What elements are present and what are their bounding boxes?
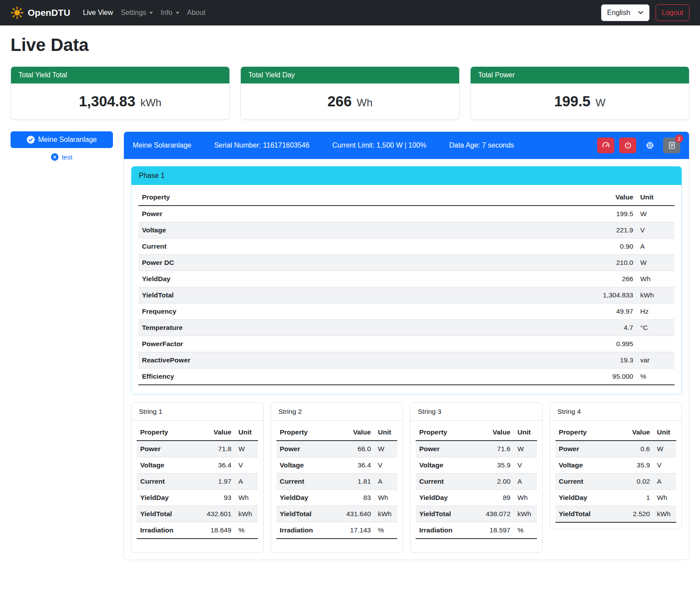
power-control-button[interactable] [619,137,636,153]
string-card-title: String 3 [410,403,542,421]
string-row: Power 0.6 W [555,441,677,457]
string-row: Irradiation 17.143 % [276,522,398,539]
event-log-button[interactable]: 2 [663,137,680,153]
phase-row: Voltage 221.9 V [138,222,675,239]
nav-about[interactable]: About [183,5,210,20]
row-unit: Wh [653,490,676,506]
row-property: Efficiency [138,369,580,385]
nav-live-view[interactable]: Live View [79,5,117,20]
card-total-yield-total: Total Yield Total 1,304.83 kWh [11,66,230,120]
string-card-body: Property Value Unit Power [131,421,263,552]
string-table: Property Value Unit Power [276,424,398,539]
row-unit: kWh [637,287,675,304]
cpu-icon [646,141,654,150]
row-unit: A [653,474,676,490]
device-info-button[interactable] [641,137,658,153]
row-unit: kWh [514,506,537,522]
row-value: 35.9 [477,457,514,474]
chevron-down-icon [176,12,179,14]
row-value: 4.7 [580,320,637,336]
inverter-serial: Serial Number: 116171603546 [214,141,309,149]
col-value: Value [198,424,235,441]
row-value: 36.4 [198,457,235,474]
card-title: Total Power [471,67,689,83]
row-value: 0.6 [617,441,653,457]
inverter-test-label: test [62,153,72,161]
table-header-row: Property Value Unit [555,424,677,441]
row-value: 1,304.833 [580,287,637,304]
card-title: Total Yield Total [11,67,229,83]
row-unit: A [374,474,397,490]
col-unit: Unit [637,189,675,206]
row-unit: W [653,441,676,457]
row-unit: kWh [235,506,258,522]
inverter-select-button[interactable]: Meine Solaranlage [11,131,113,148]
row-property: Current [276,474,338,490]
phase-row: PowerFactor 0.995 [138,336,675,352]
limit-settings-button[interactable] [597,137,614,153]
card-body: 199.5 W [471,83,689,119]
string-row: Current 1.97 A [137,474,258,490]
row-unit: W [235,441,258,457]
journal-icon [667,141,676,150]
row-value: 2.00 [477,474,514,490]
row-value: 432.601 [198,506,235,522]
brand[interactable]: OpenDTU [11,6,70,19]
string-card-title: String 4 [550,403,682,421]
string-row: Irradiation 18.597 % [416,522,537,539]
string-row: Current 0.02 A [555,474,677,490]
card-unit: W [595,97,606,109]
row-unit: V [374,457,397,474]
inverter-sidebar: Meine Solaranlage test [11,131,113,161]
string-card-body: Property Value Unit Power [410,421,542,552]
row-value: 36.4 [337,457,374,474]
string-row: Power 71.8 W [137,441,258,457]
string-card-4: String 4 Property Value Unit [550,402,682,529]
row-property: YieldTotal [276,506,338,522]
row-property: Current [138,239,580,255]
x-circle-icon [51,153,58,161]
phase-row: Power DC 210.0 W [138,255,675,271]
row-property: Voltage [138,222,580,239]
row-value: 210.0 [580,255,637,271]
table-header-row: Property Value Unit [137,424,258,441]
string-row: Voltage 35.9 V [555,457,677,474]
row-property: YieldDay [137,490,198,506]
row-value: 93 [198,490,235,506]
row-property: Temperature [138,320,580,336]
string-card-1: String 1 Property Value Unit [131,402,264,553]
row-value: 71.8 [198,441,235,457]
string-row: YieldTotal 438.072 kWh [416,506,537,522]
language-select[interactable]: English [601,4,649,21]
row-unit: W [374,441,397,457]
row-value: 19.3 [580,352,637,369]
row-property: Power [276,441,338,457]
row-value: 18.597 [477,522,514,539]
string-table: Property Value Unit Power [555,424,677,523]
logout-button[interactable]: Logout [656,4,689,21]
row-property: PowerFactor [138,336,580,352]
row-property: Voltage [276,457,338,474]
string-row: Power 71.6 W [416,441,537,457]
nav-settings[interactable]: Settings [117,5,157,20]
row-unit: % [374,522,397,539]
card-unit: kWh [140,97,161,109]
row-unit: Wh [374,490,397,506]
language-select-value: English [607,9,630,17]
row-property: Irradiation [276,522,338,539]
page-title: Live Data [11,35,689,55]
col-property: Property [138,189,580,206]
string-row: Voltage 36.4 V [276,457,398,474]
table-header-row: Property Value Unit [138,189,675,206]
row-value: 35.9 [617,457,653,474]
row-value: 199.5 [580,206,637,222]
inverter-item-test[interactable]: test [11,153,113,161]
row-unit: V [235,457,258,474]
row-property: ReactivePower [138,352,580,369]
top-navbar: OpenDTU Live View Settings Info About En… [0,0,700,25]
nav-info[interactable]: Info [157,5,183,20]
col-property: Property [137,424,198,441]
row-property: Voltage [555,457,617,474]
string-card-title: String 2 [271,403,403,421]
row-value: 66.0 [337,441,374,457]
